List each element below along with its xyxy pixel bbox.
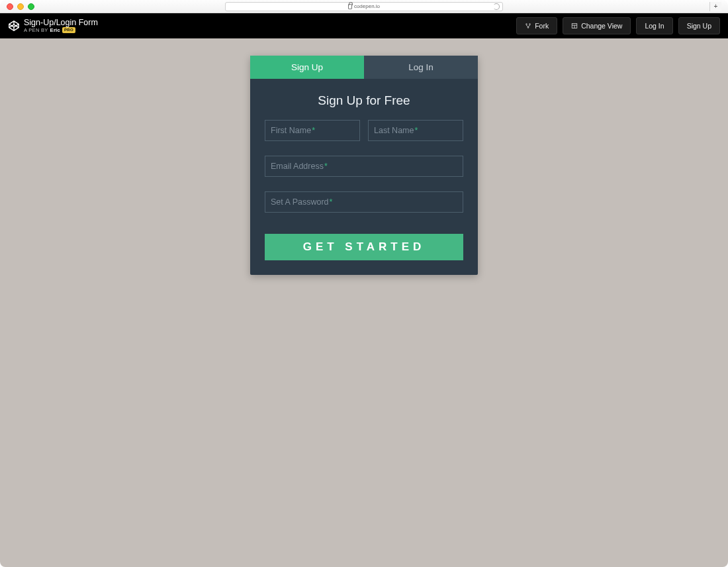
layout-icon [571, 23, 578, 29]
new-tab-button[interactable]: + [709, 2, 721, 11]
app-header: Sign-Up/Login Form A PEN BY Eric PRO For… [0, 13, 728, 38]
pen-title-block: Sign-Up/Login Form A PEN BY Eric PRO [24, 19, 98, 32]
tab-login[interactable]: Log In [364, 56, 478, 79]
form-title: Sign Up for Free [250, 79, 478, 120]
subtitle-prefix: A PEN BY [24, 28, 48, 33]
header-login-label: Log In [645, 22, 664, 30]
fork-label: Fork [535, 22, 549, 30]
tab-signup[interactable]: Sign Up [250, 56, 364, 79]
svg-point-3 [526, 24, 527, 25]
change-view-label: Change View [581, 22, 622, 30]
header-signup-label: Sign Up [687, 22, 711, 30]
name-row: First Name* Last Name* [265, 120, 463, 141]
address-url: codepen.io [354, 3, 380, 9]
header-login-button[interactable]: Log In [636, 17, 672, 34]
tab-login-label: Log In [408, 62, 433, 72]
first-name-placeholder: First Name* [271, 126, 315, 135]
password-row: Set A Password* [265, 191, 463, 213]
window-traffic-lights [7, 3, 34, 10]
password-field[interactable]: Set A Password* [265, 191, 463, 213]
lock-icon [348, 4, 352, 9]
form-area: First Name* Last Name* Email Address* Se… [250, 120, 478, 260]
pro-badge: PRO [62, 27, 75, 32]
last-name-field[interactable]: Last Name* [368, 120, 463, 141]
change-view-button[interactable]: Change View [563, 17, 631, 34]
fork-icon [525, 23, 531, 29]
pen-author[interactable]: Eric [50, 28, 60, 33]
last-name-placeholder: Last Name* [374, 126, 418, 135]
reload-icon[interactable] [493, 3, 500, 10]
fork-button[interactable]: Fork [516, 17, 557, 34]
auth-tabs: Sign Up Log In [250, 56, 478, 79]
email-placeholder: Email Address* [271, 162, 328, 171]
svg-point-5 [527, 27, 529, 28]
pen-subtitle: A PEN BY Eric PRO [24, 27, 98, 32]
first-name-field[interactable]: First Name* [265, 120, 360, 141]
email-row: Email Address* [265, 156, 463, 177]
email-field[interactable]: Email Address* [265, 156, 463, 177]
minimize-window-icon[interactable] [17, 3, 24, 10]
codepen-logo-icon [8, 20, 20, 32]
browser-chrome: codepen.io + [0, 0, 728, 13]
close-window-icon[interactable] [7, 3, 13, 10]
auth-card: Sign Up Log In Sign Up for Free First Na… [250, 56, 478, 275]
maximize-window-icon[interactable] [28, 3, 34, 10]
pen-title: Sign-Up/Login Form [24, 19, 98, 27]
password-placeholder: Set A Password* [271, 197, 332, 207]
header-actions: Fork Change View Log In Sign Up [516, 17, 720, 34]
svg-point-4 [529, 24, 531, 25]
submit-label: GET STARTED [303, 240, 426, 253]
header-signup-button[interactable]: Sign Up [678, 17, 720, 34]
get-started-button[interactable]: GET STARTED [265, 234, 463, 260]
address-bar[interactable]: codepen.io [225, 2, 503, 11]
tab-signup-label: Sign Up [291, 62, 323, 72]
page-body: Sign Up Log In Sign Up for Free First Na… [0, 38, 728, 567]
